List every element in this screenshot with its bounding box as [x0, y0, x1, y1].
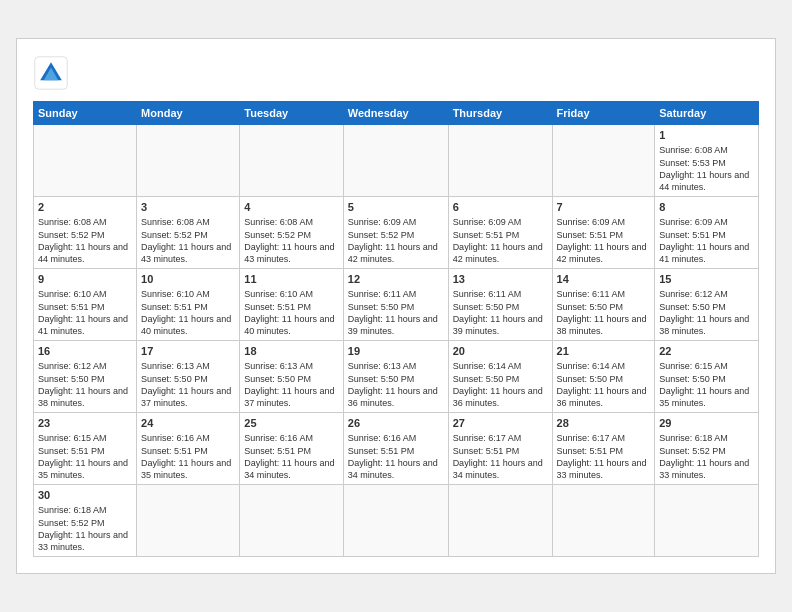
calendar-cell: 14Sunrise: 6:11 AM Sunset: 5:50 PM Dayli…	[552, 269, 655, 341]
calendar-container: SundayMondayTuesdayWednesdayThursdayFrid…	[16, 38, 776, 574]
calendar-cell: 12Sunrise: 6:11 AM Sunset: 5:50 PM Dayli…	[343, 269, 448, 341]
day-number: 7	[557, 200, 651, 215]
calendar-cell: 20Sunrise: 6:14 AM Sunset: 5:50 PM Dayli…	[448, 341, 552, 413]
day-info: Sunrise: 6:10 AM Sunset: 5:51 PM Dayligh…	[38, 288, 132, 337]
calendar-cell	[343, 125, 448, 197]
calendar-cell	[137, 125, 240, 197]
weekday-header-row: SundayMondayTuesdayWednesdayThursdayFrid…	[34, 102, 759, 125]
calendar-cell	[552, 485, 655, 557]
day-number: 25	[244, 416, 338, 431]
weekday-header-sunday: Sunday	[34, 102, 137, 125]
calendar-cell: 21Sunrise: 6:14 AM Sunset: 5:50 PM Dayli…	[552, 341, 655, 413]
day-info: Sunrise: 6:09 AM Sunset: 5:51 PM Dayligh…	[557, 216, 651, 265]
day-number: 3	[141, 200, 235, 215]
weekday-header-wednesday: Wednesday	[343, 102, 448, 125]
day-info: Sunrise: 6:10 AM Sunset: 5:51 PM Dayligh…	[141, 288, 235, 337]
calendar-cell	[34, 125, 137, 197]
day-info: Sunrise: 6:08 AM Sunset: 5:52 PM Dayligh…	[141, 216, 235, 265]
calendar-week-row: 1Sunrise: 6:08 AM Sunset: 5:53 PM Daylig…	[34, 125, 759, 197]
calendar-cell	[240, 125, 343, 197]
calendar-week-row: 16Sunrise: 6:12 AM Sunset: 5:50 PM Dayli…	[34, 341, 759, 413]
calendar-cell	[552, 125, 655, 197]
calendar-cell: 24Sunrise: 6:16 AM Sunset: 5:51 PM Dayli…	[137, 413, 240, 485]
calendar-week-row: 30Sunrise: 6:18 AM Sunset: 5:52 PM Dayli…	[34, 485, 759, 557]
calendar-cell: 16Sunrise: 6:12 AM Sunset: 5:50 PM Dayli…	[34, 341, 137, 413]
day-number: 17	[141, 344, 235, 359]
calendar-cell: 11Sunrise: 6:10 AM Sunset: 5:51 PM Dayli…	[240, 269, 343, 341]
weekday-header-friday: Friday	[552, 102, 655, 125]
day-number: 8	[659, 200, 754, 215]
day-number: 1	[659, 128, 754, 143]
day-info: Sunrise: 6:12 AM Sunset: 5:50 PM Dayligh…	[38, 360, 132, 409]
calendar-cell: 6Sunrise: 6:09 AM Sunset: 5:51 PM Daylig…	[448, 197, 552, 269]
calendar-cell: 7Sunrise: 6:09 AM Sunset: 5:51 PM Daylig…	[552, 197, 655, 269]
calendar-cell: 9Sunrise: 6:10 AM Sunset: 5:51 PM Daylig…	[34, 269, 137, 341]
day-info: Sunrise: 6:14 AM Sunset: 5:50 PM Dayligh…	[557, 360, 651, 409]
day-info: Sunrise: 6:18 AM Sunset: 5:52 PM Dayligh…	[38, 504, 132, 553]
calendar-cell: 4Sunrise: 6:08 AM Sunset: 5:52 PM Daylig…	[240, 197, 343, 269]
day-info: Sunrise: 6:16 AM Sunset: 5:51 PM Dayligh…	[244, 432, 338, 481]
day-info: Sunrise: 6:08 AM Sunset: 5:52 PM Dayligh…	[38, 216, 132, 265]
day-number: 27	[453, 416, 548, 431]
calendar-cell: 19Sunrise: 6:13 AM Sunset: 5:50 PM Dayli…	[343, 341, 448, 413]
calendar-cell: 1Sunrise: 6:08 AM Sunset: 5:53 PM Daylig…	[655, 125, 759, 197]
day-number: 5	[348, 200, 444, 215]
day-number: 24	[141, 416, 235, 431]
day-number: 29	[659, 416, 754, 431]
logo-icon	[33, 55, 69, 91]
day-number: 11	[244, 272, 338, 287]
calendar-cell: 27Sunrise: 6:17 AM Sunset: 5:51 PM Dayli…	[448, 413, 552, 485]
day-info: Sunrise: 6:14 AM Sunset: 5:50 PM Dayligh…	[453, 360, 548, 409]
day-info: Sunrise: 6:17 AM Sunset: 5:51 PM Dayligh…	[557, 432, 651, 481]
day-number: 26	[348, 416, 444, 431]
calendar-cell	[448, 485, 552, 557]
day-info: Sunrise: 6:13 AM Sunset: 5:50 PM Dayligh…	[244, 360, 338, 409]
calendar-cell	[240, 485, 343, 557]
weekday-header-monday: Monday	[137, 102, 240, 125]
calendar-cell: 22Sunrise: 6:15 AM Sunset: 5:50 PM Dayli…	[655, 341, 759, 413]
weekday-header-tuesday: Tuesday	[240, 102, 343, 125]
calendar-cell: 3Sunrise: 6:08 AM Sunset: 5:52 PM Daylig…	[137, 197, 240, 269]
calendar-cell: 15Sunrise: 6:12 AM Sunset: 5:50 PM Dayli…	[655, 269, 759, 341]
day-number: 14	[557, 272, 651, 287]
day-info: Sunrise: 6:09 AM Sunset: 5:51 PM Dayligh…	[453, 216, 548, 265]
calendar-cell: 10Sunrise: 6:10 AM Sunset: 5:51 PM Dayli…	[137, 269, 240, 341]
day-number: 22	[659, 344, 754, 359]
day-info: Sunrise: 6:09 AM Sunset: 5:52 PM Dayligh…	[348, 216, 444, 265]
day-info: Sunrise: 6:08 AM Sunset: 5:52 PM Dayligh…	[244, 216, 338, 265]
calendar-cell: 18Sunrise: 6:13 AM Sunset: 5:50 PM Dayli…	[240, 341, 343, 413]
logo	[33, 55, 75, 91]
day-info: Sunrise: 6:17 AM Sunset: 5:51 PM Dayligh…	[453, 432, 548, 481]
calendar-week-row: 23Sunrise: 6:15 AM Sunset: 5:51 PM Dayli…	[34, 413, 759, 485]
calendar-week-row: 2Sunrise: 6:08 AM Sunset: 5:52 PM Daylig…	[34, 197, 759, 269]
day-number: 10	[141, 272, 235, 287]
calendar-cell: 30Sunrise: 6:18 AM Sunset: 5:52 PM Dayli…	[34, 485, 137, 557]
calendar-cell	[343, 485, 448, 557]
weekday-header-saturday: Saturday	[655, 102, 759, 125]
day-number: 18	[244, 344, 338, 359]
day-number: 15	[659, 272, 754, 287]
day-number: 23	[38, 416, 132, 431]
day-info: Sunrise: 6:15 AM Sunset: 5:50 PM Dayligh…	[659, 360, 754, 409]
day-number: 12	[348, 272, 444, 287]
day-number: 4	[244, 200, 338, 215]
day-info: Sunrise: 6:18 AM Sunset: 5:52 PM Dayligh…	[659, 432, 754, 481]
calendar-thead: SundayMondayTuesdayWednesdayThursdayFrid…	[34, 102, 759, 125]
day-number: 2	[38, 200, 132, 215]
day-number: 6	[453, 200, 548, 215]
calendar-cell: 25Sunrise: 6:16 AM Sunset: 5:51 PM Dayli…	[240, 413, 343, 485]
calendar-body: 1Sunrise: 6:08 AM Sunset: 5:53 PM Daylig…	[34, 125, 759, 557]
calendar-header	[33, 55, 759, 91]
day-info: Sunrise: 6:13 AM Sunset: 5:50 PM Dayligh…	[348, 360, 444, 409]
calendar-cell: 28Sunrise: 6:17 AM Sunset: 5:51 PM Dayli…	[552, 413, 655, 485]
day-info: Sunrise: 6:08 AM Sunset: 5:53 PM Dayligh…	[659, 144, 754, 193]
day-number: 30	[38, 488, 132, 503]
day-info: Sunrise: 6:10 AM Sunset: 5:51 PM Dayligh…	[244, 288, 338, 337]
day-info: Sunrise: 6:11 AM Sunset: 5:50 PM Dayligh…	[557, 288, 651, 337]
day-number: 28	[557, 416, 651, 431]
calendar-cell: 8Sunrise: 6:09 AM Sunset: 5:51 PM Daylig…	[655, 197, 759, 269]
calendar-cell	[137, 485, 240, 557]
calendar-week-row: 9Sunrise: 6:10 AM Sunset: 5:51 PM Daylig…	[34, 269, 759, 341]
day-number: 20	[453, 344, 548, 359]
day-number: 13	[453, 272, 548, 287]
